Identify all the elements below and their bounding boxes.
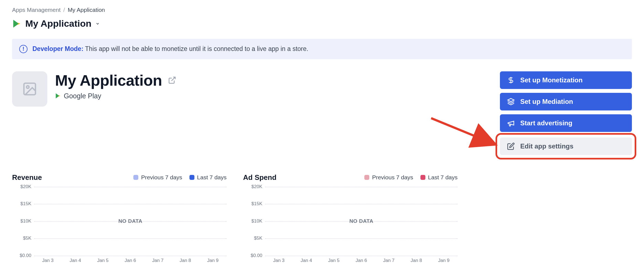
x-tick: Jan 5	[328, 258, 340, 263]
chart-legend: Previous 7 days Last 7 days	[364, 174, 458, 181]
start-advertising-button[interactable]: Start advertising	[500, 114, 632, 132]
legend-last[interactable]: Last 7 days	[420, 174, 458, 181]
app-icon-placeholder	[12, 71, 47, 107]
svg-line-3	[431, 118, 492, 143]
no-data-label: NO DATA	[34, 218, 227, 224]
x-axis: Jan 3 Jan 4 Jan 5 Jan 6 Jan 7 Jan 8 Jan …	[243, 258, 458, 263]
x-tick: Jan 8	[411, 258, 422, 263]
x-tick: Jan 3	[42, 258, 54, 263]
chevron-down-icon	[95, 21, 100, 26]
charts-row: Revenue Previous 7 days Last 7 days $20K…	[12, 173, 632, 263]
y-tick: $20K	[12, 184, 31, 190]
actions-panel: Set up Monetization Set up Mediation Sta…	[500, 71, 632, 157]
no-data-label: NO DATA	[265, 218, 458, 224]
x-tick: Jan 6	[356, 258, 367, 263]
legend-last[interactable]: Last 7 days	[189, 174, 227, 181]
breadcrumb: Apps Management / My Application	[12, 7, 632, 13]
legend-swatch	[189, 175, 194, 180]
app-selector[interactable]: My Application	[12, 18, 100, 29]
button-label: Start advertising	[520, 119, 572, 127]
button-label: Set up Monetization	[520, 76, 583, 84]
banner-message: This app will not be able to monetize un…	[85, 45, 308, 52]
legend-swatch	[364, 175, 369, 180]
annotation-highlight: Edit app settings	[496, 133, 636, 159]
app-selector-title: My Application	[25, 18, 92, 29]
x-tick: Jan 9	[438, 258, 450, 263]
x-tick: Jan 7	[383, 258, 395, 263]
svg-point-1	[26, 86, 29, 88]
page-title: My Application	[55, 71, 162, 89]
chart-plot-area: $20K $15K $10K $5K $0.00 NO DATA	[12, 187, 227, 256]
breadcrumb-separator: /	[63, 7, 65, 13]
svg-line-2	[172, 77, 175, 81]
adspend-chart: Ad Spend Previous 7 days Last 7 days $20…	[243, 173, 458, 263]
y-tick: $5K	[243, 236, 262, 241]
revenue-chart: Revenue Previous 7 days Last 7 days $20K…	[12, 173, 227, 263]
dollar-icon	[507, 76, 515, 84]
x-tick: Jan 7	[152, 258, 164, 263]
y-tick: $20K	[243, 184, 262, 190]
app-header: My Application Google Play	[12, 71, 176, 107]
chart-title: Ad Spend	[243, 173, 276, 182]
layers-icon	[507, 98, 515, 105]
y-tick: $0.00	[243, 253, 262, 258]
google-play-icon	[55, 93, 61, 99]
breadcrumb-root[interactable]: Apps Management	[12, 7, 60, 13]
banner-lead: Developer Mode:	[32, 45, 83, 52]
store-row: Google Play	[55, 92, 176, 100]
svg-marker-5	[508, 98, 514, 102]
legend-label: Last 7 days	[428, 174, 458, 181]
info-icon: !	[19, 45, 27, 53]
annotation-arrow	[428, 115, 500, 148]
edit-icon	[507, 142, 515, 150]
x-tick: Jan 4	[70, 258, 81, 263]
breadcrumb-current: My Application	[68, 7, 105, 13]
y-tick: $10K	[12, 218, 31, 224]
y-tick: $10K	[243, 218, 262, 224]
banner-text: Developer Mode: This app will not be abl…	[32, 45, 308, 53]
x-tick: Jan 8	[180, 258, 191, 263]
x-tick: Jan 5	[97, 258, 109, 263]
button-label: Edit app settings	[520, 142, 573, 150]
x-tick: Jan 4	[301, 258, 312, 263]
x-tick: Jan 9	[207, 258, 219, 263]
chart-title: Revenue	[12, 173, 42, 182]
y-tick: $0.00	[12, 253, 31, 258]
y-tick: $5K	[12, 236, 31, 241]
x-tick: Jan 3	[273, 258, 285, 263]
x-tick: Jan 6	[125, 258, 136, 263]
developer-mode-banner: ! Developer Mode: This app will not be a…	[12, 39, 632, 59]
button-label: Set up Mediation	[520, 98, 573, 105]
setup-mediation-button[interactable]: Set up Mediation	[500, 93, 632, 110]
legend-label: Last 7 days	[197, 174, 227, 181]
legend-previous[interactable]: Previous 7 days	[364, 174, 413, 181]
legend-swatch	[133, 175, 138, 180]
y-tick: $15K	[243, 201, 262, 207]
chart-plot-area: $20K $15K $10K $5K $0.00 NO DATA	[243, 187, 458, 256]
legend-swatch	[420, 175, 425, 180]
x-axis: Jan 3 Jan 4 Jan 5 Jan 6 Jan 7 Jan 8 Jan …	[12, 258, 227, 263]
megaphone-icon	[507, 119, 515, 127]
legend-label: Previous 7 days	[372, 174, 413, 181]
setup-monetization-button[interactable]: Set up Monetization	[500, 71, 632, 89]
store-name: Google Play	[64, 92, 101, 100]
external-link-icon[interactable]	[168, 76, 176, 84]
legend-previous[interactable]: Previous 7 days	[133, 174, 182, 181]
edit-app-settings-button[interactable]: Edit app settings	[500, 137, 632, 155]
y-tick: $15K	[12, 201, 31, 207]
image-placeholder-icon	[22, 81, 37, 97]
chart-legend: Previous 7 days Last 7 days	[133, 174, 227, 181]
legend-label: Previous 7 days	[141, 174, 182, 181]
google-play-icon	[12, 19, 21, 28]
